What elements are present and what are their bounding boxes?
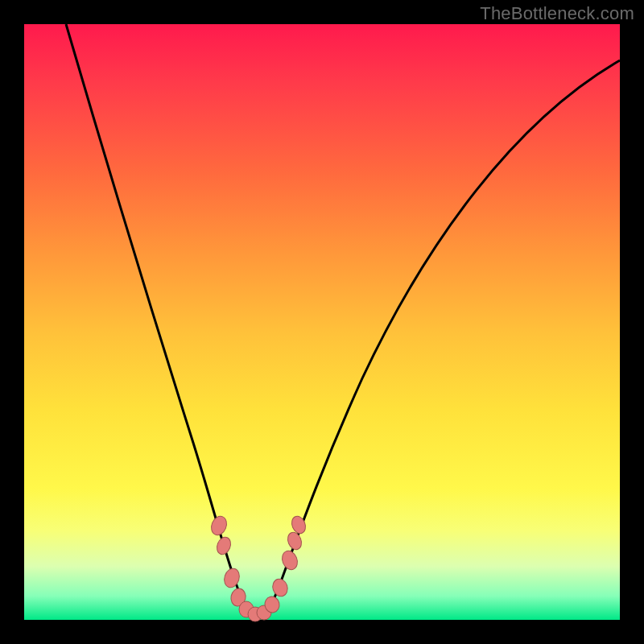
marker (208, 514, 229, 538)
chart-frame: TheBottleneck.com (0, 0, 644, 644)
marker (214, 535, 233, 556)
marker (279, 549, 300, 572)
marker (270, 577, 290, 598)
watermark-label: TheBottleneck.com (480, 3, 634, 24)
marker-group (208, 514, 308, 621)
bottleneck-curve (66, 24, 620, 616)
plot-area (24, 24, 620, 620)
marker (222, 567, 242, 589)
curve-layer (24, 24, 620, 620)
